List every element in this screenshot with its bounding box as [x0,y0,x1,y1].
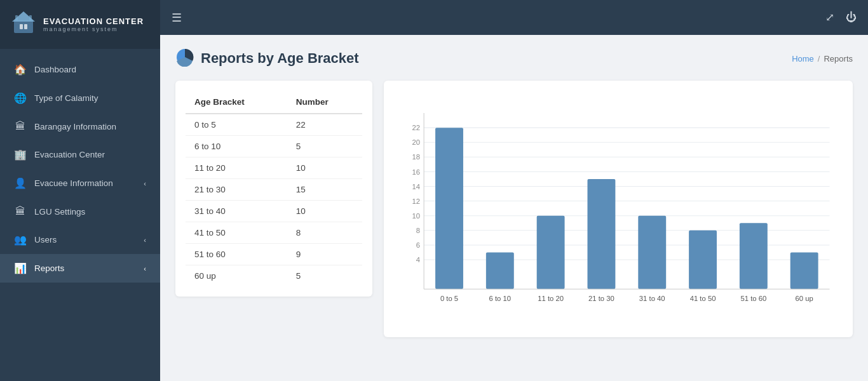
expand-icon[interactable]: ⤢ [825,11,834,24]
cell-bracket: 41 to 50 [186,222,287,244]
content-area: Reports by Age Bracket Home / Reports Ag… [160,35,868,381]
table-row: 21 to 30 15 [186,179,362,201]
cell-bracket: 51 to 60 [186,244,287,265]
svg-rect-5 [29,15,32,20]
lgu-settings-icon: 🏛 [14,206,27,217]
users-icon: 👥 [14,234,27,246]
sidebar-item-evacuation-center[interactable]: 🏢 Evacuation Center [0,140,160,169]
svg-text:14: 14 [412,183,420,190]
reports-icon: 📊 [14,262,27,274]
page-title: Reports by Age Bracket [201,50,359,67]
cell-number: 8 [287,222,362,244]
page-title-icon [175,48,194,69]
table-row: 6 to 10 5 [186,136,362,157]
evacuee-information-icon: 👤 [14,177,27,189]
cell-number: 5 [287,136,362,157]
sidebar-title-block: EVACUATION CENTER Management System [43,17,144,33]
sidebar-item-label: Type of Calamity [34,93,98,103]
sidebar-item-label: LGU Settings [34,207,85,217]
dashboard-icon: 🏠 [14,64,27,76]
table-row: 41 to 50 8 [186,222,362,244]
bar-chart-svg: 468101214161820220 to 56 to 1011 to 2021… [397,93,840,328]
menu-icon[interactable]: ☰ [172,11,182,25]
sidebar-title: EVACUATION CENTER [43,17,144,27]
cell-bracket: 60 up [186,265,287,287]
sidebar: EVACUATION CENTER Management System 🏠 Da… [0,0,160,381]
nav-arrow-icon: ‹ [144,180,146,187]
bar-60 up [790,252,818,289]
cell-bracket: 11 to 20 [186,157,287,179]
evacuation-center-icon: 🏢 [14,149,27,161]
bar-21 to 30 [587,179,615,289]
table-row: 31 to 40 10 [186,201,362,222]
sidebar-item-label: Evacuation Center [34,150,105,159]
breadcrumb-separator: / [818,54,820,64]
bar-6 to 10 [486,252,514,289]
topbar: ☰ ⤢ ⏻ [160,0,868,35]
svg-rect-3 [24,24,27,29]
cell-number: 10 [287,201,362,222]
cell-number: 5 [287,265,362,287]
svg-text:18: 18 [412,153,420,161]
col-age-bracket: Age Bracket [186,91,287,114]
sidebar-item-label: Barangay Information [34,122,116,131]
age-bracket-table: Age Bracket Number 0 to 5 22 6 to 10 5 1… [186,91,362,286]
panels-row: Age Bracket Number 0 to 5 22 6 to 10 5 1… [175,81,853,337]
chart-panel: 468101214161820220 to 56 to 1011 to 2021… [384,81,853,337]
bar-11 to 20 [537,216,565,289]
sidebar-item-dashboard[interactable]: 🏠 Dashboard [0,55,160,84]
bar-41 to 50 [689,231,717,289]
main-area: ☰ ⤢ ⏻ Reports by Age Bracket Home [160,0,868,381]
cell-bracket: 31 to 40 [186,201,287,222]
table-row: 11 to 20 10 [186,157,362,179]
topbar-right: ⤢ ⏻ [825,11,857,24]
cell-number: 22 [287,114,362,136]
table-panel: Age Bracket Number 0 to 5 22 6 to 10 5 1… [175,81,372,297]
bar-0 to 5 [435,128,463,289]
svg-text:10: 10 [412,212,420,220]
nav-arrow-icon: ‹ [144,236,146,244]
bar-31 to 40 [638,216,666,289]
page-header: Reports by Age Bracket Home / Reports [175,48,853,69]
sidebar-item-lgu-settings[interactable]: 🏛 LGU Settings [0,197,160,225]
table-row: 51 to 60 9 [186,244,362,265]
svg-text:6: 6 [416,241,420,249]
nav-arrow-icon: ‹ [144,265,146,272]
cell-bracket: 21 to 30 [186,179,287,201]
breadcrumb-home[interactable]: Home [792,54,814,64]
sidebar-item-type-of-calamity[interactable]: 🌐 Type of Calamity [0,84,160,112]
sidebar-subtitle: Management System [43,26,144,32]
cell-number: 10 [287,157,362,179]
breadcrumb-current: Reports [824,54,853,64]
sidebar-item-reports[interactable]: 📊 Reports ‹ [0,254,160,283]
bar-chart-container: 468101214161820220 to 56 to 1011 to 2021… [397,93,840,328]
svg-rect-4 [15,15,18,20]
sidebar-nav: 🏠 Dashboard 🌐 Type of Calamity 🏛 Baranga… [0,49,160,381]
svg-text:21 to 30: 21 to 30 [588,295,614,302]
svg-text:12: 12 [412,197,420,205]
cell-number: 15 [287,179,362,201]
svg-text:0 to 5: 0 to 5 [440,295,458,302]
svg-text:16: 16 [412,168,420,176]
breadcrumb: Home / Reports [792,54,853,64]
sidebar-item-label: Users [34,235,57,244]
cell-bracket: 6 to 10 [186,136,287,157]
svg-text:51 to 60: 51 to 60 [740,295,766,302]
power-icon[interactable]: ⏻ [846,11,857,24]
svg-text:41 to 50: 41 to 50 [690,295,716,302]
svg-text:22: 22 [412,124,420,131]
svg-text:11 to 20: 11 to 20 [538,295,564,302]
svg-rect-2 [20,24,23,29]
table-row: 0 to 5 22 [186,114,362,136]
sidebar-item-barangay-information[interactable]: 🏛 Barangay Information [0,112,160,140]
svg-rect-0 [14,20,33,33]
col-number: Number [287,91,362,114]
sidebar-item-label: Reports [34,264,64,273]
sidebar-item-label: Dashboard [34,65,76,74]
svg-text:60 up: 60 up [796,295,813,302]
table-row: 60 up 5 [186,265,362,287]
sidebar-item-evacuee-information[interactable]: 👤 Evacuee Information ‹ [0,169,160,197]
svg-text:20: 20 [412,138,420,146]
svg-text:4: 4 [416,256,420,264]
sidebar-item-users[interactable]: 👥 Users ‹ [0,225,160,254]
